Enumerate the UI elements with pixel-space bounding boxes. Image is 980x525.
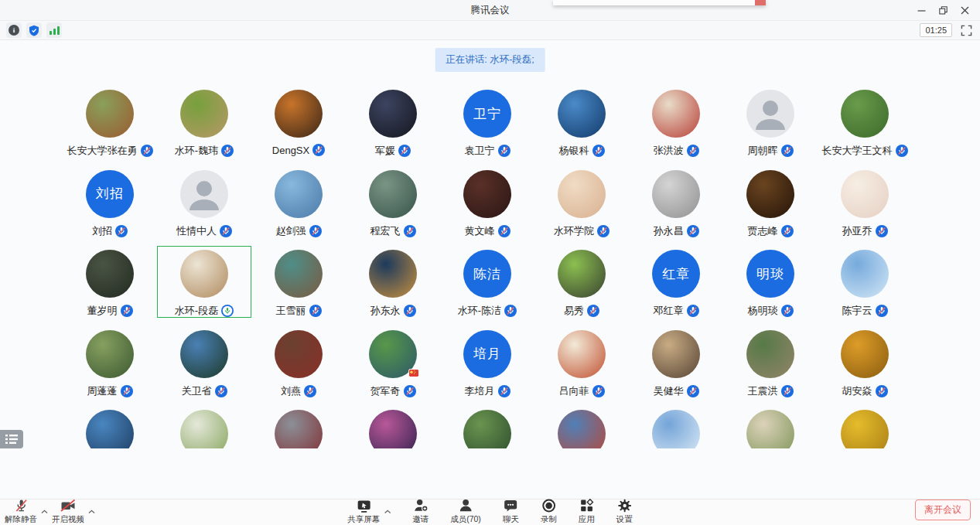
participant-tile[interactable]: 军媛	[346, 80, 440, 160]
participant-tile[interactable]: 刘燕	[251, 320, 346, 401]
avatar-initials: 明琰	[756, 265, 784, 283]
participant-tile[interactable]: 水环学院	[534, 160, 629, 240]
participant-tile[interactable]: 张洪波	[629, 80, 723, 160]
start-video-button[interactable]: 开启视频	[52, 499, 84, 523]
apps-button[interactable]: 应用	[579, 499, 595, 523]
participant-tile[interactable]: 吕向菲	[534, 320, 629, 401]
mic-muted-icon	[498, 385, 510, 397]
participant-tile[interactable]: 王雪丽	[251, 240, 346, 320]
participant-tile[interactable]: 水环-魏玮	[157, 80, 251, 160]
participant-tile[interactable]: 贺军奇	[346, 320, 440, 401]
participant-tile[interactable]: 水环-段磊	[157, 240, 251, 320]
network-status-button[interactable]	[46, 22, 62, 38]
participant-tile[interactable]	[723, 400, 818, 448]
participant-tile[interactable]: 陈洁 水环-陈洁	[440, 240, 534, 320]
participant-tile[interactable]: 周蓬蓬	[63, 320, 157, 401]
participant-tile[interactable]: 关卫省	[157, 320, 251, 401]
participant-tile[interactable]: 培月 李培月	[440, 320, 534, 401]
participant-name: 吴健华	[654, 384, 684, 398]
participant-tile[interactable]: 刘招 刘招	[63, 160, 157, 240]
mic-muted-icon	[404, 385, 416, 397]
member-list-toggle[interactable]	[0, 430, 23, 448]
participant-tile[interactable]: 周朝晖	[723, 80, 818, 160]
participant-tile[interactable]: 吴健华	[629, 320, 723, 401]
participant-tile[interactable]: 易秀	[534, 240, 629, 320]
participant-tile[interactable]: 赵剑强	[251, 160, 346, 240]
participant-tile[interactable]	[534, 400, 629, 448]
participant-tile[interactable]: 性情中人	[157, 160, 251, 240]
participant-tile[interactable]: 长安大学王文科	[818, 80, 912, 160]
participant-tile[interactable]: 贾志峰	[723, 160, 818, 240]
invite-button[interactable]: 邀请	[412, 499, 429, 523]
members-label: 成员(70)	[450, 514, 481, 523]
mic-muted-icon	[781, 305, 794, 317]
participant-tile[interactable]	[63, 400, 157, 448]
share-options-chevron[interactable]	[384, 510, 391, 523]
meeting-info-button[interactable]: i	[6, 22, 22, 38]
mic-muted-icon	[876, 225, 888, 237]
mic-muted-icon	[876, 385, 888, 397]
participant-name: 军媛	[375, 144, 395, 158]
participant-name: 周朝晖	[748, 144, 778, 158]
participant-tile[interactable]: 杨银科	[534, 80, 629, 160]
participant-avatar	[746, 90, 794, 138]
meeting-infobar: i 01:25	[0, 20, 980, 40]
participant-avatar	[652, 90, 700, 138]
mic-muted-icon	[398, 145, 411, 157]
participant-name: 赵剑强	[276, 224, 306, 238]
settings-button[interactable]: 设置	[616, 499, 633, 523]
fullscreen-button[interactable]	[958, 22, 974, 38]
participant-avatar	[369, 170, 417, 218]
participant-tile[interactable]	[629, 400, 723, 448]
participant-tile[interactable]: 黄文峰	[440, 160, 534, 240]
default-person-icon	[746, 90, 794, 138]
video-options-chevron[interactable]	[88, 510, 95, 523]
participant-tile[interactable]: 孙东永	[346, 240, 440, 320]
participant-tile[interactable]: DengSX	[251, 80, 346, 160]
security-button[interactable]	[26, 22, 42, 38]
participant-tile[interactable]: 红章 邓红章	[629, 240, 723, 320]
participant-tile[interactable]: 王震洪	[723, 320, 818, 401]
participant-tile[interactable]: 程宏飞	[346, 160, 440, 240]
participant-tile[interactable]: 卫宁 袁卫宁	[440, 80, 534, 160]
close-button[interactable]	[954, 0, 975, 20]
participant-tile[interactable]	[440, 400, 534, 448]
share-screen-button[interactable]: 共享屏幕	[347, 499, 380, 523]
record-button[interactable]: 录制	[541, 499, 557, 523]
participant-name: 水环-魏玮	[175, 144, 218, 158]
record-label: 录制	[541, 514, 557, 523]
participant-tile[interactable]: 胡安焱	[818, 320, 912, 401]
participant-tile[interactable]: 董岁明	[63, 240, 157, 320]
settings-gear-icon	[616, 499, 632, 513]
participant-name: 邓红章	[654, 304, 684, 318]
mic-muted-icon	[221, 145, 234, 157]
participant-tile[interactable]: 陈宇云	[818, 240, 912, 320]
audio-options-chevron[interactable]	[41, 510, 48, 523]
default-person-icon	[180, 170, 228, 218]
participant-tile[interactable]: 长安大学张在勇	[63, 80, 157, 160]
participant-tile[interactable]	[818, 400, 912, 448]
unmute-button[interactable]: 解除静音	[5, 499, 37, 523]
leave-meeting-button[interactable]: 离开会议	[915, 499, 971, 520]
participant-tile[interactable]	[157, 400, 251, 448]
chat-button[interactable]: 聊天	[503, 499, 519, 523]
participant-tile[interactable]: 明琰 杨明琰	[723, 240, 818, 320]
participant-name: 王雪丽	[276, 304, 306, 318]
members-button[interactable]: 成员(70)	[450, 499, 481, 523]
mic-muted-icon	[404, 225, 416, 237]
participant-name: DengSX	[272, 145, 309, 156]
participant-tile[interactable]: 孙永昌	[629, 160, 723, 240]
minimize-button[interactable]	[910, 0, 932, 20]
participant-avatar	[275, 330, 323, 378]
participant-tile[interactable]: 孙亚乔	[818, 160, 912, 240]
app-title: 腾讯会议	[471, 4, 510, 17]
participant-avatar: 刘招	[86, 170, 134, 218]
participant-tile[interactable]	[251, 400, 346, 448]
mic-muted-icon	[504, 305, 517, 317]
participant-avatar	[86, 410, 134, 448]
participant-tile[interactable]	[346, 400, 440, 448]
participant-name: 董岁明	[87, 304, 118, 318]
restore-button[interactable]	[932, 0, 954, 20]
participant-avatar	[841, 90, 889, 138]
shield-icon	[29, 25, 39, 36]
